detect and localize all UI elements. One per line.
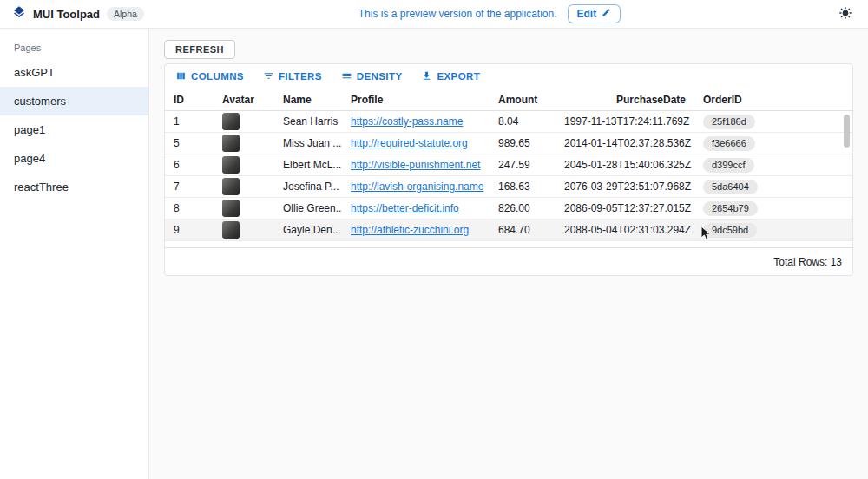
cell-amount: 247.59: [490, 159, 556, 171]
profile-link[interactable]: https://better-deficit.info: [351, 202, 459, 214]
cell-profile: https://better-deficit.info: [342, 202, 490, 214]
cell-purchase-date: 1997-11-13T17:24:11.769Z: [556, 115, 694, 128]
main-layout: Pages askGPT customers page1 page4 react…: [0, 29, 868, 479]
order-id-chip: 5da6404: [703, 180, 758, 194]
cell-profile: https://costly-pass.name: [342, 115, 490, 128]
table-row[interactable]: 6 Elbert McL... http://visible-punishmen…: [165, 154, 852, 176]
column-header-name[interactable]: Name: [274, 94, 342, 106]
pencil-icon: [602, 8, 611, 20]
column-header-profile[interactable]: Profile: [342, 94, 490, 106]
cell-amount: 8.04: [490, 115, 556, 128]
cell-amount: 168.63: [490, 180, 556, 193]
refresh-button[interactable]: REFRESH: [164, 40, 235, 59]
sidebar-item-label: page4: [14, 152, 45, 165]
cell-profile: http://visible-punishment.net: [342, 159, 490, 171]
profile-link[interactable]: http://athletic-zucchini.org: [351, 224, 469, 236]
sidebar-item-customers[interactable]: customers: [0, 87, 148, 115]
table-row[interactable]: 8 Ollie Green... https://better-deficit.…: [165, 198, 852, 220]
sidebar-section-label: Pages: [0, 34, 148, 58]
order-id-chip: f3e6666: [703, 136, 755, 151]
sidebar-item-page1[interactable]: page1: [0, 115, 148, 144]
cell-purchase-date: 2045-01-28T15:40:06.325Z: [556, 159, 694, 171]
profile-link[interactable]: http://lavish-organising.name: [351, 180, 483, 193]
cell-name: Elbert McL...: [274, 159, 342, 171]
column-header-avatar[interactable]: Avatar: [214, 94, 274, 106]
app-title: MUI Toolpad: [33, 8, 100, 21]
sidebar-item-askgpt[interactable]: askGPT: [0, 58, 148, 87]
table-row[interactable]: 5 Miss Juan ... http://required-statute.…: [165, 133, 852, 154]
cell-order-id: f3e6666: [694, 136, 852, 151]
column-header-purchasedate[interactable]: PurchaseDate: [556, 94, 694, 106]
table-row[interactable]: 1 Sean Harris https://costly-pass.name 8…: [165, 111, 852, 133]
cell-purchase-date: 2014-01-14T02:37:28.536Z: [556, 137, 694, 149]
cell-purchase-date: 2086-09-05T12:37:27.015Z: [556, 202, 694, 214]
cell-order-id: d399ccf: [694, 158, 852, 173]
column-header-id[interactable]: ID: [165, 94, 214, 106]
sidebar-item-page4[interactable]: page4: [0, 144, 148, 173]
profile-link[interactable]: http://required-statute.org: [351, 137, 468, 149]
grid-header-row: ID Avatar Name Profile Amount PurchaseDa…: [165, 89, 852, 111]
cell-avatar: [214, 135, 274, 152]
cell-profile: http://required-statute.org: [342, 137, 490, 149]
app-bar-left: MUI Toolpad Alpha: [12, 5, 144, 23]
sun-icon: [838, 6, 852, 23]
cell-amount: 684.70: [490, 224, 556, 236]
cell-id: 9: [165, 224, 214, 236]
columns-icon: [175, 70, 187, 83]
alpha-badge: Alpha: [107, 7, 144, 21]
column-header-orderid[interactable]: OrderID: [694, 94, 852, 106]
edit-button[interactable]: Edit: [568, 4, 621, 23]
preview-banner-text: This is a preview version of the applica…: [358, 8, 557, 20]
avatar-image: [222, 156, 240, 174]
columns-button[interactable]: COLUMNS: [175, 70, 244, 83]
cell-avatar: [214, 156, 274, 174]
density-button[interactable]: DENSITY: [341, 70, 403, 83]
cell-amount: 826.00: [490, 202, 556, 214]
sidebar-item-label: reactThree: [14, 180, 69, 194]
order-id-chip: 2654b79: [703, 201, 758, 216]
cell-purchase-date: 2076-03-29T23:51:07.968Z: [556, 180, 694, 193]
cell-id: 7: [165, 180, 214, 193]
column-header-amount[interactable]: Amount: [490, 94, 556, 106]
order-id-chip: 25f186d: [703, 115, 755, 129]
app-bar-center: This is a preview version of the applica…: [144, 4, 835, 23]
app-window: MUI Toolpad Alpha This is a preview vers…: [0, 0, 868, 479]
sidebar-item-reactthree[interactable]: reactThree: [0, 173, 148, 201]
filter-icon: [263, 70, 274, 83]
cell-profile: http://athletic-zucchini.org: [342, 224, 490, 236]
cell-profile: http://lavish-organising.name: [342, 180, 490, 193]
app-bar: MUI Toolpad Alpha This is a preview vers…: [0, 0, 868, 29]
cell-id: 6: [165, 159, 214, 171]
table-row[interactable]: 7 Josefina P... http://lavish-organising…: [165, 176, 852, 198]
avatar-image: [222, 178, 240, 195]
sidebar-item-label: page1: [14, 123, 45, 136]
avatar-image: [222, 200, 240, 217]
page-content: REFRESH COLUMNS FILTERS: [149, 29, 868, 479]
avatar-image: [222, 135, 240, 152]
density-icon: [341, 70, 352, 83]
sidebar: Pages askGPT customers page1 page4 react…: [0, 29, 149, 479]
export-button[interactable]: EXPORT: [421, 70, 480, 83]
data-grid: COLUMNS FILTERS DENSITY: [164, 63, 853, 276]
vertical-scrollbar[interactable]: [844, 115, 850, 148]
filters-button-label: FILTERS: [279, 71, 322, 82]
table-row[interactable]: 9 Gayle Den... http://athletic-zucchini.…: [165, 220, 852, 241]
export-button-label: EXPORT: [437, 71, 480, 82]
order-id-chip: 9dc59bd: [703, 223, 757, 238]
grid-footer: Total Rows: 13: [165, 247, 852, 275]
cell-amount: 989.65: [490, 137, 556, 149]
profile-link[interactable]: http://visible-punishment.net: [351, 159, 480, 171]
avatar-image: [222, 113, 240, 130]
cell-purchase-date: 2088-05-04T02:31:03.294Z: [556, 224, 694, 236]
cell-order-id: 2654b79: [694, 201, 852, 216]
cell-avatar: [214, 113, 274, 130]
cell-order-id: 5da6404: [694, 180, 852, 194]
theme-toggle-button[interactable]: [835, 3, 856, 24]
order-id-chip: d399ccf: [703, 158, 754, 173]
sidebar-item-label: customers: [14, 95, 66, 108]
cell-name: Sean Harris: [274, 115, 342, 128]
toolpad-logo-icon: [12, 5, 26, 23]
profile-link[interactable]: https://costly-pass.name: [351, 115, 463, 128]
cell-name: Miss Juan ...: [274, 137, 342, 149]
filters-button[interactable]: FILTERS: [263, 70, 322, 83]
